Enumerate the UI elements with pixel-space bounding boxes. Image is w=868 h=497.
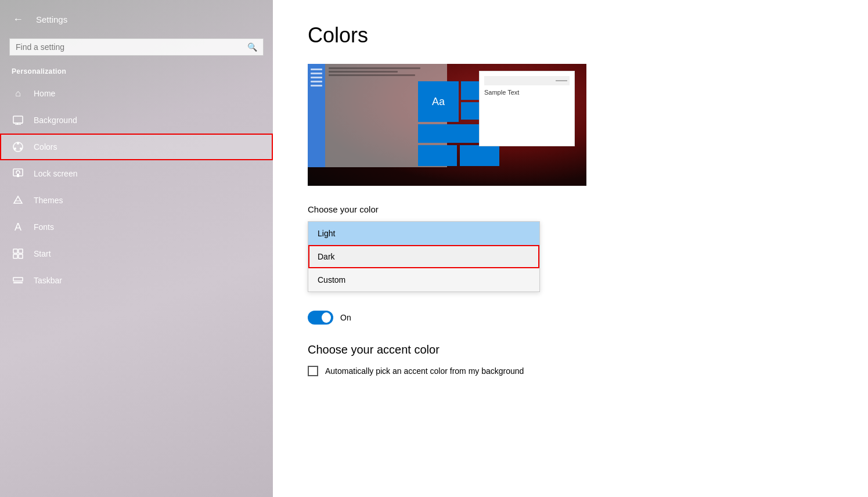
- sidebar-item-start[interactable]: Start: [0, 240, 273, 267]
- svg-point-7: [14, 147, 16, 150]
- preview-dialog-line: [556, 80, 567, 81]
- sidebar-item-colors-label: Colors: [34, 142, 57, 152]
- sidebar-item-fonts[interactable]: A Fonts: [0, 214, 273, 240]
- sidebar-item-taskbar-label: Taskbar: [34, 276, 62, 285]
- preview-dialog: Sample Text: [479, 71, 575, 146]
- taskbar-icon: [12, 274, 24, 287]
- home-icon: ⌂: [12, 87, 24, 100]
- themes-icon: [12, 194, 24, 207]
- svg-point-5: [17, 142, 19, 145]
- tile-sm1: [461, 81, 480, 100]
- sidebar-item-background-label: Background: [34, 116, 77, 125]
- lock-screen-icon: [12, 167, 24, 180]
- mock-line-3: [311, 77, 322, 78]
- sidebar: ← Settings 🔍 Personalization ⌂ Home Back…: [0, 0, 273, 497]
- search-input[interactable]: [16, 42, 243, 52]
- search-icon: 🔍: [247, 42, 257, 52]
- start-icon: [12, 247, 24, 260]
- background-icon: [12, 114, 24, 127]
- svg-point-6: [20, 147, 22, 150]
- back-icon: ←: [13, 13, 23, 26]
- accent-auto-checkbox[interactable]: [308, 366, 318, 376]
- sidebar-item-background[interactable]: Background: [0, 107, 273, 134]
- colors-icon: [12, 141, 24, 153]
- preview-area: Aa Sample Text: [308, 64, 586, 186]
- accent-color-title: Choose your accent color: [308, 343, 833, 356]
- dropdown-item-dark[interactable]: Dark: [308, 245, 539, 268]
- sidebar-item-lock-screen-label: Lock screen: [34, 169, 77, 178]
- search-button[interactable]: 🔍: [247, 42, 257, 52]
- choose-color-label: Choose your color: [308, 204, 833, 214]
- svg-rect-14: [19, 254, 23, 258]
- toggle-button[interactable]: [308, 311, 333, 325]
- svg-rect-0: [13, 116, 23, 123]
- section-label: Personalization: [0, 65, 273, 80]
- mock-line-4: [311, 81, 322, 82]
- accent-auto-label: Automatically pick an accent color from …: [325, 366, 524, 376]
- sidebar-item-themes-label: Themes: [34, 196, 63, 205]
- svg-rect-16: [13, 282, 23, 283]
- sidebar-item-lock-screen[interactable]: Lock screen: [0, 160, 273, 187]
- dropdown-list: Light Dark Custom: [308, 221, 540, 292]
- svg-rect-15: [13, 278, 23, 281]
- svg-rect-13: [13, 254, 17, 258]
- main-content: Colors Aa: [273, 0, 868, 497]
- color-dropdown: Light Dark Custom: [308, 221, 540, 292]
- back-button[interactable]: ←: [9, 10, 27, 28]
- tile-sm3: [461, 102, 480, 120]
- tile-sm5: [418, 145, 457, 166]
- settings-title: Settings: [36, 15, 67, 24]
- tile-aa: Aa: [418, 81, 459, 122]
- sidebar-item-start-label: Start: [34, 249, 51, 258]
- toggle-row: On: [308, 311, 833, 325]
- preview-sample-text: Sample Text: [484, 89, 570, 96]
- toggle-label: On: [340, 313, 351, 322]
- preview-dialog-titlebar: [484, 76, 570, 85]
- dropdown-item-light[interactable]: Light: [308, 222, 539, 245]
- sidebar-item-taskbar[interactable]: Taskbar: [0, 267, 273, 294]
- mock-content-line-2: [329, 71, 398, 73]
- svg-rect-11: [13, 249, 17, 253]
- sidebar-item-themes[interactable]: Themes: [0, 187, 273, 214]
- svg-rect-9: [17, 174, 19, 177]
- page-title: Colors: [308, 23, 833, 48]
- fonts-icon: A: [12, 221, 24, 233]
- checkbox-row: Automatically pick an accent color from …: [308, 366, 833, 376]
- mock-content-line-3: [329, 74, 415, 76]
- sidebar-item-home[interactable]: ⌂ Home: [0, 80, 273, 107]
- sidebar-header: ← Settings: [0, 0, 273, 38]
- search-box[interactable]: 🔍: [9, 38, 264, 56]
- mock-content-line-1: [329, 67, 420, 69]
- mock-line-2: [311, 73, 322, 74]
- dropdown-item-custom[interactable]: Custom: [308, 268, 539, 291]
- mock-line-5: [311, 85, 322, 87]
- sidebar-item-fonts-label: Fonts: [34, 222, 54, 232]
- sidebar-item-colors[interactable]: Colors: [0, 134, 273, 160]
- toggle-knob: [322, 312, 331, 323]
- preview-sidebar-mock: [308, 64, 325, 167]
- mock-line-1: [311, 69, 322, 70]
- sidebar-item-home-label: Home: [34, 89, 55, 98]
- tile-sm6: [460, 145, 499, 166]
- svg-rect-12: [19, 249, 23, 253]
